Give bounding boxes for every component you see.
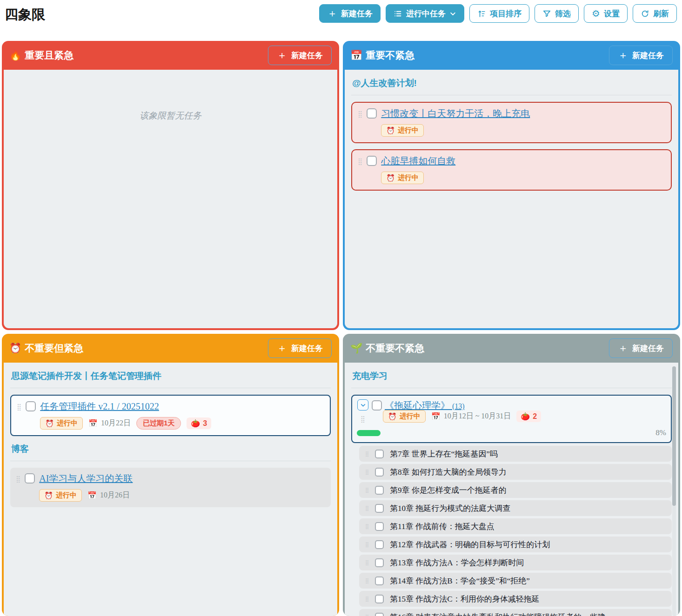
task-link[interactable]: 《拖延心理学》 (13) [385, 400, 465, 411]
subtask-checkbox[interactable] [375, 486, 384, 495]
refresh-button[interactable]: 刷新 [633, 4, 677, 23]
pomodoro-badge: 🍅 2 [516, 411, 541, 422]
quadrant-title: 重要不紧急 [366, 49, 415, 62]
task-link[interactable]: 习惯改变丨白天努力干活，晚上充电 [381, 108, 530, 119]
task-link[interactable]: 任务管理插件 v2.1 / 20251022 [40, 401, 159, 411]
new-task-button[interactable]: ＋ 新建任务 [319, 4, 381, 23]
status-filter-dropdown[interactable]: 进行中任务 [386, 4, 464, 23]
calendar-icon: 📅 [431, 412, 441, 421]
subtask-title: 第16章 对患有注意力缺失紊乱和执行功能障碍拖延者的一些建 [390, 612, 605, 616]
quadrant-body: 充电学习 ⣿ 《拖延心理学》 (13) ⏰ [345, 363, 678, 616]
task-checkbox[interactable] [372, 400, 382, 411]
alarm-clock-icon: ⏰ [44, 491, 53, 500]
drag-handle-icon[interactable]: ⣿ [365, 488, 369, 493]
quadrant-add-task-button[interactable]: ＋ 新建任务 [268, 338, 332, 358]
task-card: ⣿ AI学习与人学习的关联 ⏰ 进行中 📅 10月26日 [10, 468, 331, 507]
quadrant-title: 不重要但紧急 [25, 342, 83, 355]
refresh-icon [641, 9, 649, 18]
subtask-title: 第13章 作战方法A：学会怎样判断时间 [390, 557, 524, 568]
drag-handle-icon[interactable]: ⣿ [365, 542, 369, 547]
status-badge: ⏰ 进行中 [381, 124, 424, 137]
tomato-icon: 🍅 [521, 412, 530, 421]
task-checkbox[interactable] [26, 401, 36, 411]
drag-handle-icon[interactable]: ⣿ [365, 470, 369, 475]
subtask-title: 第14章 作战方法B：学会“接受”和“拒绝” [390, 576, 530, 586]
subtask-checkbox[interactable] [375, 613, 384, 616]
quadrant-add-task-button[interactable]: ＋ 新建任务 [609, 46, 673, 65]
plus-icon: ＋ [618, 343, 628, 353]
alarm-clock-icon: ⏰ [386, 126, 395, 135]
quadrant-not-important-urgent: ⏰ 不重要但紧急 ＋ 新建任务 思源笔记插件开发丨任务笔记管理插件 ⣿ 任务管理… [2, 334, 339, 616]
drag-handle-icon[interactable]: ⣿ [365, 615, 369, 616]
quadrant-body: 该象限暂无任务 [4, 70, 337, 328]
due-date-badge: 📅 10月22日 [88, 418, 131, 428]
quadrant-not-important-not-urgent: 🌱 不重要不紧急 ＋ 新建任务 充电学习 ⣿ [343, 334, 680, 616]
project-heading: 思源笔记插件开发丨任务笔记管理插件 [10, 369, 331, 388]
subtask-row: ⣿ 第7章 世界上存在“拖延基因”吗 [359, 446, 672, 462]
alarm-clock-icon: ⏰ [388, 412, 397, 421]
subtask-checkbox[interactable] [375, 468, 384, 477]
list-icon [394, 9, 402, 18]
alarm-clock-icon: ⏰ [9, 343, 21, 354]
drag-handle-icon[interactable]: ⣿ [358, 158, 362, 184]
toolbar: ＋ 新建任务 进行中任务 项目排序 筛选 ⚙ 设置 刷新 [319, 4, 677, 23]
subtask-title: 第10章 拖延行为模式的法庭大调查 [390, 503, 510, 514]
plus-icon: ＋ [277, 50, 287, 60]
page-title: 四象限 [5, 6, 45, 24]
task-checkbox[interactable] [367, 108, 377, 119]
subtask-checkbox[interactable] [375, 540, 384, 549]
subtask-checkbox[interactable] [375, 504, 384, 513]
subtask-row: ⣿ 第9章 你是怎样变成一个拖延者的 [359, 482, 672, 498]
settings-button[interactable]: ⚙ 设置 [584, 4, 628, 23]
sort-icon [477, 9, 486, 18]
project-heading: 博客 [10, 442, 331, 461]
scrollbar-thumb[interactable] [672, 366, 676, 506]
drag-handle-icon[interactable]: ⣿ [365, 506, 369, 511]
quadrant-body: @人生改善计划! ⣿ 习惯改变丨白天努力干活，晚上充电 ⏰ 进行中 ⣿ [345, 70, 678, 328]
drag-handle-icon[interactable]: ⣿ [365, 524, 369, 529]
task-link[interactable]: AI学习与人学习的关联 [39, 473, 133, 484]
project-heading: @人生改善计划! [351, 76, 672, 95]
drag-handle-icon[interactable]: ⣿ [16, 476, 20, 502]
progress-bar [357, 430, 651, 436]
filter-button[interactable]: 筛选 [535, 4, 579, 23]
drag-handle-icon[interactable]: ⣿ [17, 404, 21, 430]
task-card: ⣿ 心脏早搏如何自救 ⏰ 进行中 [351, 149, 672, 191]
task-card: ⣿ 任务管理插件 v2.1 / 20251022 ⏰ 进行中 📅 10月22日 [10, 395, 331, 436]
status-badge: ⏰ 进行中 [381, 172, 424, 184]
collapse-toggle-button[interactable] [357, 399, 368, 411]
drag-handle-icon[interactable]: ⣿ [365, 596, 369, 602]
subtask-checkbox[interactable] [375, 558, 384, 567]
quadrant-add-task-button[interactable]: ＋ 新建任务 [609, 338, 673, 358]
drag-handle-icon[interactable]: ⣿ [365, 560, 369, 565]
seedling-icon: 🌱 [350, 343, 362, 354]
top-bar: 四象限 ＋ 新建任务 进行中任务 项目排序 筛选 ⚙ 设置 刷新 [0, 0, 682, 41]
chevron-down-icon [449, 10, 456, 17]
quadrant-add-task-button[interactable]: ＋ 新建任务 [268, 46, 332, 65]
plus-icon: ＋ [327, 8, 337, 19]
drag-handle-icon[interactable]: ⣿ [361, 416, 365, 422]
tomato-icon: 🍅 [191, 419, 200, 428]
progress-row: 8% [357, 428, 666, 437]
subtask-title: 第11章 作战前传：拖延大盘点 [390, 521, 495, 532]
drag-handle-icon[interactable]: ⣿ [365, 578, 369, 583]
quadrant-header: 📅 重要不紧急 ＋ 新建任务 [343, 41, 680, 70]
quadrant-title: 重要且紧急 [25, 49, 74, 62]
status-badge: ⏰ 进行中 [39, 489, 82, 502]
project-sort-button[interactable]: 项目排序 [469, 4, 529, 23]
subtask-checkbox[interactable] [375, 450, 384, 458]
subtask-checkbox[interactable] [375, 576, 384, 585]
task-checkbox[interactable] [25, 473, 35, 484]
subtask-title: 第12章 作战武器：明确的目标与可行性的计划 [390, 539, 550, 550]
drag-handle-icon[interactable]: ⣿ [358, 111, 362, 137]
empty-state-text: 该象限暂无任务 [10, 110, 331, 122]
subtask-title: 第7章 世界上存在“拖延基因”吗 [390, 449, 498, 459]
status-badge: ⏰ 进行中 [383, 410, 426, 423]
subtask-checkbox[interactable] [375, 522, 384, 531]
pomodoro-badge: 🍅 3 [187, 417, 211, 429]
subtask-checkbox[interactable] [375, 595, 384, 603]
quadrant-important-not-urgent: 📅 重要不紧急 ＋ 新建任务 @人生改善计划! ⣿ 习惯改变丨白天努力干活，晚上… [343, 41, 680, 330]
task-link[interactable]: 心脏早搏如何自救 [381, 156, 455, 166]
drag-handle-icon[interactable]: ⣿ [365, 451, 369, 457]
task-checkbox[interactable] [367, 156, 377, 166]
